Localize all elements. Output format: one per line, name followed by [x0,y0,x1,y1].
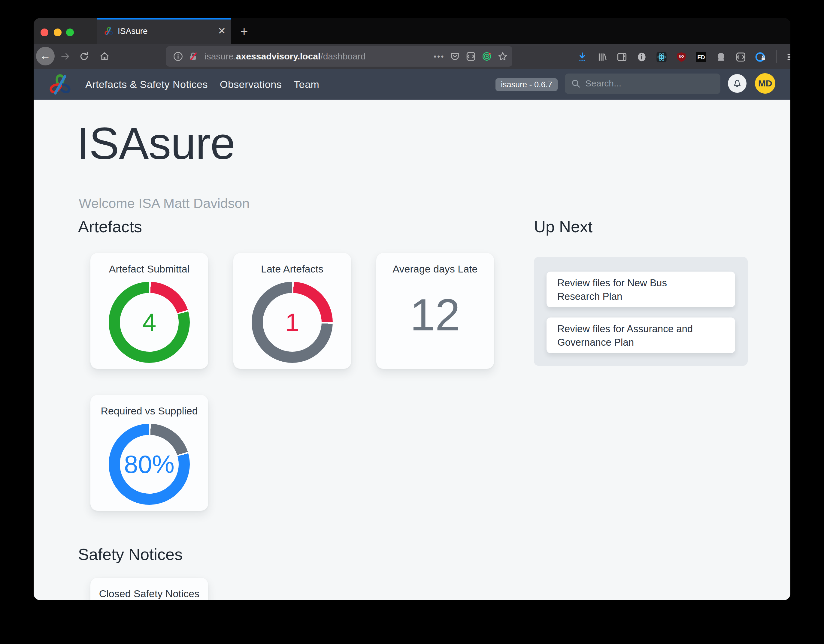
library-icon[interactable] [596,51,608,63]
version-badge: isasure - 0.6.7 [495,78,558,91]
page-actions-icon[interactable]: ••• [434,51,444,62]
tab-title: ISAsure [118,26,148,36]
card-late-artefacts: Late Artefacts 1 [233,253,351,369]
home-button[interactable] [99,51,110,62]
nav-link-team[interactable]: Team [294,79,319,90]
tab-close-icon[interactable]: ✕ [218,25,226,37]
welcome-text: Welcome ISA Matt Davidson [79,196,249,211]
bell-icon [732,78,743,89]
isasure-logo-icon[interactable] [45,73,75,97]
window-zoom-button[interactable] [66,29,74,36]
menu-hamburger-icon[interactable] [786,51,790,63]
extension-info-icon[interactable] [636,51,647,63]
up-next-heading: Up Next [534,217,592,236]
nav-link-artefacts-safety-notices[interactable]: Artefacts & Safety Notices [85,79,208,90]
tab-bar: ISAsure ✕ + [34,18,790,44]
downloads-icon[interactable] [576,51,588,63]
artefact-submittal-donut-chart: 4 [109,282,190,363]
up-next-item-text: Review files for New Bus Research Plan [547,276,735,303]
up-next-item-text: Review files for Assurance and Governanc… [547,322,735,349]
up-next-item[interactable]: Review files for Assurance and Governanc… [547,317,735,353]
up-next-item[interactable]: Review files for New Bus Research Plan [547,271,735,307]
window-close-button[interactable] [40,29,48,36]
card-required-vs-supplied: Required vs Supplied 80% [91,395,208,511]
sidebar-icon[interactable] [616,51,627,63]
average-days-late-value: 12 [376,289,494,341]
isasure-favicon-icon [104,26,114,36]
up-next-panel: Review files for New Bus Research Plan R… [534,257,748,366]
toolbar-separator [776,50,776,63]
card-artefact-submittal: Artefact Submittal 4 [91,253,208,369]
notifications-button[interactable] [728,74,747,93]
url-path: /dashboard [320,51,366,61]
donut-value: 1 [285,308,300,337]
url-domain: axessadvisory.local [236,51,320,61]
required-vs-supplied-donut-chart: 80% [109,424,190,505]
onepassword-lock-icon[interactable] [755,51,766,63]
insecure-lock-icon[interactable] [188,51,198,62]
browser-window: ISAsure ✕ + ← isasu [34,18,790,600]
bookmark-star-icon[interactable] [497,51,508,62]
search-input[interactable]: Search... [565,74,720,94]
card-title: Late Artefacts [233,263,351,275]
search-icon [571,79,581,89]
svg-text:FD: FD [697,54,705,60]
reload-button[interactable] [79,51,89,62]
responsive-toolbar-icon[interactable] [735,51,747,63]
back-button[interactable]: ← [36,47,55,66]
window-minimize-button[interactable] [54,29,61,36]
card-closed-safety-notices: Closed Safety Notices [91,578,208,600]
url-bar[interactable]: isasure.axessadvisory.local/dashboard ••… [166,46,512,67]
url-text[interactable]: isasure.axessadvisory.local/dashboard [204,51,366,61]
nav-link-observations[interactable]: Observations [220,79,282,90]
artefacts-heading: Artefacts [78,217,142,236]
page-info-icon[interactable] [173,51,183,62]
svg-text:UO: UO [679,55,684,58]
browser-toolbar: ← isasure.axessadvisory.local/dashboard [34,44,790,69]
card-title: Required vs Supplied [91,405,208,417]
url-subdomain: isasure. [204,51,236,61]
forward-button[interactable] [60,51,71,62]
app-navbar: Artefacts & Safety Notices Observations … [34,69,790,100]
ublock-origin-icon[interactable]: UO [676,51,687,63]
search-placeholder: Search... [585,78,621,89]
card-title: Average days Late [376,263,494,275]
tab-isasure[interactable]: ISAsure ✕ [97,18,231,44]
card-title: Closed Safety Notices [91,588,208,600]
new-tab-button[interactable]: + [240,24,248,39]
nav-links: Artefacts & Safety Notices Observations … [85,69,319,100]
ghost-extension-icon[interactable] [715,51,727,63]
tracker-rings-icon[interactable] [481,51,492,62]
avatar[interactable]: MD [755,73,775,94]
react-devtools-icon[interactable] [656,51,667,63]
page-title: ISAsure [77,118,235,170]
late-artefacts-donut-chart: 1 [252,282,333,363]
fd-extension-icon[interactable]: FD [695,51,707,63]
safety-notices-heading: Safety Notices [78,545,183,564]
card-average-days-late: Average days Late 12 [376,253,494,369]
responsive-mode-icon[interactable] [466,51,476,62]
pocket-icon[interactable] [449,51,460,62]
dashboard-content: ISAsure Welcome ISA Matt Davidson Artefa… [34,100,790,600]
donut-value: 80% [124,450,174,479]
card-title: Artefact Submittal [91,263,208,275]
donut-value: 4 [142,308,157,337]
